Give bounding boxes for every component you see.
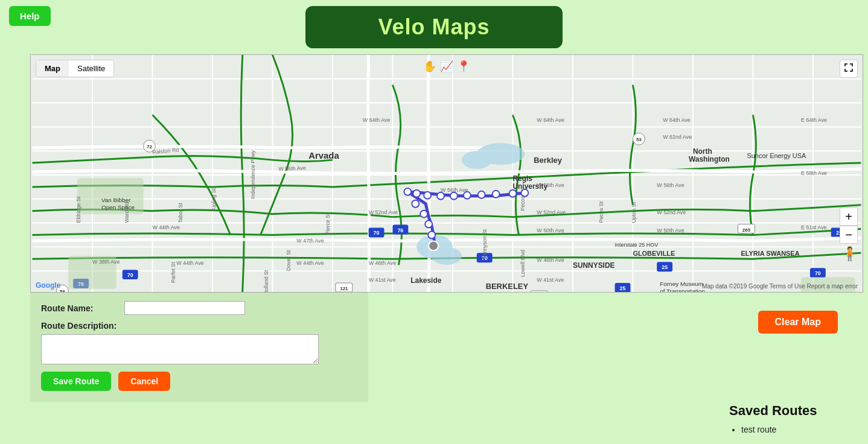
svg-text:W 44th Ave: W 44th Ave bbox=[152, 224, 180, 230]
svg-point-140 bbox=[412, 200, 419, 208]
map-view-button[interactable]: Map bbox=[36, 60, 69, 77]
map-toggle: Map Satellite bbox=[36, 60, 114, 77]
map-icons-row: ✋ 📈 📍 bbox=[423, 60, 470, 73]
svg-text:E 51st Ave: E 51st Ave bbox=[801, 224, 827, 230]
svg-text:70: 70 bbox=[374, 230, 380, 236]
save-route-button[interactable]: Save Route bbox=[41, 372, 111, 391]
pin-icon[interactable]: 📍 bbox=[457, 60, 470, 73]
svg-point-133 bbox=[437, 192, 444, 200]
svg-text:53: 53 bbox=[636, 137, 642, 142]
map-container: Map Satellite ✋ 📈 📍 bbox=[30, 54, 863, 293]
svg-point-141 bbox=[420, 211, 427, 218]
svg-text:Berkley: Berkley bbox=[534, 156, 563, 165]
svg-point-131 bbox=[413, 190, 420, 197]
svg-text:Arvada: Arvada bbox=[308, 150, 339, 160]
clear-map-button[interactable]: Clear Map bbox=[758, 311, 838, 334]
svg-text:Suncor Energy USA: Suncor Energy USA bbox=[747, 152, 806, 159]
svg-text:Parfet St: Parfet St bbox=[170, 262, 176, 283]
zoom-out-button[interactable]: − bbox=[840, 226, 858, 244]
svg-text:Holland St: Holland St bbox=[263, 270, 269, 292]
svg-text:W 52nd Ave: W 52nd Ave bbox=[537, 209, 566, 215]
svg-point-137 bbox=[493, 191, 500, 198]
svg-text:GLOBEVILLE: GLOBEVILLE bbox=[633, 250, 675, 257]
svg-text:W 56th Ave: W 56th Ave bbox=[537, 182, 564, 188]
svg-point-136 bbox=[478, 191, 485, 198]
header: Help Velo Maps bbox=[0, 0, 868, 54]
svg-point-145 bbox=[429, 241, 438, 250]
map-display: 76 70 72 58 70 76 70 25 25 bbox=[31, 55, 863, 292]
svg-text:E 58th Ave: E 58th Ave bbox=[801, 170, 827, 176]
svg-text:W 50th Ave: W 50th Ave bbox=[657, 227, 685, 233]
svg-text:Pecos St: Pecos St bbox=[598, 201, 604, 223]
svg-text:70: 70 bbox=[127, 272, 133, 278]
svg-text:Tabor St: Tabor St bbox=[177, 203, 183, 223]
map-attribution: Map data ©2019 Google Terms of Use Repor… bbox=[702, 283, 858, 290]
svg-text:Interstate 25 HOV: Interstate 25 HOV bbox=[615, 242, 659, 248]
svg-text:25: 25 bbox=[620, 285, 626, 291]
route-desc-row: Route Description: bbox=[41, 321, 357, 364]
svg-text:W 46th Ave: W 46th Ave bbox=[537, 257, 564, 263]
svg-text:Open Space: Open Space bbox=[101, 204, 135, 211]
pegman-icon[interactable]: 🧍 bbox=[841, 246, 858, 262]
cancel-button[interactable]: Cancel bbox=[118, 372, 170, 391]
svg-text:70: 70 bbox=[815, 270, 821, 276]
svg-text:W 56th Ave: W 56th Ave bbox=[657, 182, 685, 188]
route-form-panel: Route Name: Route Description: Save Rout… bbox=[30, 293, 368, 402]
app-title: Velo Maps bbox=[378, 14, 490, 39]
svg-text:SUNNYSIDE: SUNNYSIDE bbox=[573, 261, 615, 270]
title-box: Velo Maps bbox=[305, 6, 562, 48]
svg-point-143 bbox=[428, 232, 435, 239]
svg-text:265: 265 bbox=[742, 227, 751, 233]
svg-text:Dover St: Dover St bbox=[286, 250, 292, 271]
svg-text:W 64th Ave: W 64th Ave bbox=[537, 117, 564, 123]
saved-routes-panel: Saved Routes test route bbox=[717, 393, 838, 444]
route-desc-input[interactable] bbox=[41, 334, 319, 364]
svg-text:121: 121 bbox=[340, 286, 348, 291]
help-button[interactable]: Help bbox=[9, 6, 51, 26]
bottom-area: Route Name: Route Description: Save Rout… bbox=[30, 293, 863, 402]
fullscreen-button[interactable] bbox=[840, 60, 858, 78]
svg-text:2: 2 bbox=[836, 230, 839, 236]
svg-text:Washington: Washington bbox=[689, 155, 730, 163]
svg-text:W 41st Ave: W 41st Ave bbox=[369, 277, 396, 283]
zoom-in-button[interactable]: + bbox=[840, 208, 858, 226]
svg-text:W 64th Ave: W 64th Ave bbox=[363, 117, 391, 123]
form-button-row: Save Route Cancel bbox=[41, 372, 357, 391]
route-name-label: Route Name: bbox=[41, 303, 120, 313]
chart-icon[interactable]: 📈 bbox=[440, 60, 453, 73]
hand-icon[interactable]: ✋ bbox=[423, 60, 436, 73]
svg-rect-49 bbox=[531, 291, 547, 292]
satellite-view-button[interactable]: Satellite bbox=[69, 60, 113, 77]
svg-text:Lakeside: Lakeside bbox=[410, 276, 441, 285]
svg-text:W 64th Ave: W 64th Ave bbox=[663, 117, 691, 123]
svg-text:W 47th Ave: W 47th Ave bbox=[296, 238, 324, 244]
route-desc-label: Route Description: bbox=[41, 321, 353, 331]
svg-point-142 bbox=[425, 221, 432, 228]
saved-routes-list: test route bbox=[729, 425, 826, 434]
svg-text:Upton St: Upton St bbox=[631, 201, 637, 223]
svg-text:Tennyson St: Tennyson St bbox=[482, 229, 488, 259]
svg-text:W 52nd Ave: W 52nd Ave bbox=[369, 209, 398, 215]
svg-text:ELYRIA SWANSEA: ELYRIA SWANSEA bbox=[741, 250, 800, 257]
svg-text:Kipling St: Kipling St bbox=[211, 188, 217, 211]
svg-text:W 50th Ave: W 50th Ave bbox=[537, 227, 564, 233]
svg-point-134 bbox=[450, 192, 458, 200]
zoom-controls: + − bbox=[840, 208, 858, 244]
svg-text:W 38th Ave: W 38th Ave bbox=[92, 259, 120, 265]
route-name-input[interactable] bbox=[124, 301, 245, 315]
svg-text:Forney Museum: Forney Museum bbox=[660, 281, 703, 287]
svg-point-138 bbox=[509, 190, 516, 197]
list-item[interactable]: test route bbox=[741, 425, 826, 434]
svg-text:W 41st Ave: W 41st Ave bbox=[537, 277, 564, 283]
svg-text:W 46th Ave: W 46th Ave bbox=[369, 260, 397, 266]
svg-text:W 52nd Ave: W 52nd Ave bbox=[657, 209, 686, 215]
svg-text:Regis: Regis bbox=[512, 174, 532, 183]
svg-text:76: 76 bbox=[397, 227, 403, 233]
svg-text:W 56th Ave: W 56th Ave bbox=[278, 165, 306, 172]
svg-text:25: 25 bbox=[662, 264, 668, 270]
svg-text:Independence Pkwy: Independence Pkwy bbox=[250, 150, 256, 199]
svg-point-130 bbox=[404, 188, 411, 195]
svg-text:Ward Rd: Ward Rd bbox=[124, 202, 130, 223]
google-text: Google bbox=[36, 281, 60, 290]
saved-routes-title: Saved Routes bbox=[729, 403, 826, 419]
